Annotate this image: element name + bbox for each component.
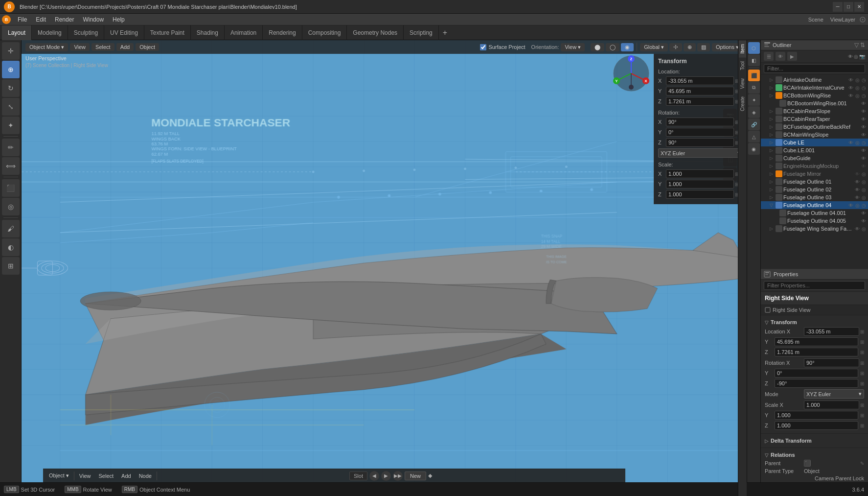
tab-shading[interactable]: Shading — [191, 25, 225, 40]
outliner-item-bcbootomwing001[interactable]: BCBootomWingRise.001 👁 — [761, 99, 868, 107]
add-cube-tool[interactable]: ⬛ — [2, 179, 20, 197]
visibility-icon[interactable]: 👁 — [861, 132, 866, 138]
menu-render[interactable]: Render — [51, 15, 78, 24]
rpi-constraints[interactable]: 🔗 — [748, 118, 760, 130]
outliner-item-fuselage-04-001[interactable]: Fuselage Outline 04.001 👁 — [761, 209, 868, 217]
side-tab-tool[interactable]: Tool — [739, 57, 746, 74]
select-restrict-icon[interactable]: ◎ — [855, 85, 860, 91]
props-loc-z-copy[interactable]: ⊞ — [860, 350, 864, 355]
props-loc-x-val[interactable]: -33.055 m — [804, 327, 859, 336]
vbb-node[interactable]: Node — [136, 472, 155, 480]
rpi-scene[interactable]: ⬡ — [748, 42, 760, 54]
tab-modeling[interactable]: Modeling — [32, 25, 68, 40]
props-scale-z-copy[interactable]: ⊞ — [860, 423, 864, 428]
restrict-icon[interactable]: ◎ — [854, 54, 858, 59]
title-bar-controls[interactable]: ─ □ ✕ — [833, 2, 864, 12]
select-restrict-icon[interactable]: ◎ — [862, 179, 866, 185]
of-all-btn[interactable]: ☰ — [764, 52, 774, 61]
side-tab-view[interactable]: View — [739, 74, 746, 93]
props-search-input[interactable] — [764, 281, 865, 290]
visibility-icon[interactable]: 👁 — [855, 187, 860, 192]
loc-z-value[interactable]: 1.7261 m — [666, 97, 734, 106]
of-eye-btn[interactable]: 👁 — [776, 52, 785, 61]
props-rot-x-val[interactable]: 90° — [804, 358, 859, 367]
visibility-icon[interactable]: 👁 — [861, 211, 866, 216]
rpi-modifier[interactable]: ⧉ — [748, 82, 760, 94]
select-restrict-icon[interactable]: ◎ — [855, 140, 860, 145]
outliner-item-bcfuselageoutline[interactable]: ▷ BCFuselageOutlineBackRef 👁 — [761, 123, 868, 131]
move-tool[interactable]: ⊕ — [2, 61, 20, 78]
rot-y-value[interactable]: 0° — [666, 128, 734, 137]
outliner-item-fuselage-wing[interactable]: ▷ Fuselage Wing Sealing Fairing 👁 ◎ — [761, 225, 868, 233]
object-menu[interactable]: Object — [136, 43, 159, 51]
props-transform-header[interactable]: ▽ Transform — [765, 317, 864, 327]
visibility-icon[interactable]: 👁 — [855, 226, 860, 232]
outliner-item-fuselage-mirror[interactable]: ▷ Fuselage Mirror 👁 ◎ — [761, 170, 868, 178]
loc-x-value[interactable]: -33.055 m — [666, 76, 734, 85]
props-loc-x-copy[interactable]: ⊞ — [860, 329, 864, 334]
vbb-add[interactable]: Add — [118, 472, 134, 480]
props-rot-z-val[interactable]: -90° — [775, 379, 858, 388]
paint-tool[interactable]: 🖌 — [2, 220, 20, 237]
tab-layout[interactable]: Layout — [2, 25, 32, 40]
loc-y-value[interactable]: 45.695 m — [666, 87, 734, 95]
props-scale-y-copy[interactable]: ⊞ — [860, 413, 864, 418]
vbb-new-btn[interactable]: New — [405, 472, 426, 480]
visibility-icon[interactable]: 👁 — [861, 117, 866, 122]
side-tab-create[interactable]: Create — [739, 93, 746, 115]
render-restrict-icon[interactable]: ◷ — [862, 85, 866, 91]
scale-x-value[interactable]: 1.000 — [666, 169, 734, 178]
tab-sculpting[interactable]: Sculpting — [68, 25, 104, 40]
scale-y-value[interactable]: 1.000 — [666, 180, 734, 189]
menu-edit[interactable]: Edit — [32, 15, 50, 24]
menu-file[interactable]: File — [14, 15, 31, 24]
visibility-icon[interactable]: 👁 — [861, 156, 866, 161]
viewport-shading-solid[interactable]: ⬤ — [591, 43, 604, 51]
visibility-icon[interactable]: 👁 — [861, 101, 866, 106]
vbb-next-frame[interactable]: ▶▶ — [393, 471, 403, 481]
tab-add-button[interactable]: + — [439, 26, 451, 39]
blender-menu-logo[interactable]: B — [2, 15, 11, 24]
outliner-item-fuselage-01[interactable]: ▷ Fuselage Outline 01 👁 ◎ — [761, 178, 868, 186]
visibility-icon-hidden[interactable]: 👁 — [855, 171, 860, 177]
select-restrict-icon[interactable]: ◎ — [862, 171, 866, 177]
rpi-data[interactable]: △ — [748, 131, 760, 142]
outliner-item-fuselage-02[interactable]: ▷ Fuselage Outline 02 👁 ◎ — [761, 186, 868, 193]
navigation-gizmo[interactable]: Z X Y — [612, 54, 651, 93]
vbb-keyframe-icon[interactable]: ◆ — [428, 472, 432, 479]
visibility-icon[interactable]: 👁 — [861, 109, 866, 114]
props-loc-y-copy[interactable]: ⊞ — [860, 339, 864, 345]
rpi-object[interactable]: ⬛ — [748, 70, 760, 81]
outliner-item-enginehousing[interactable]: ▷ EngineHousingMockup 👁 — [761, 162, 868, 170]
surface-project-checkbox[interactable] — [480, 44, 486, 50]
measure-tool[interactable]: ⟺ — [2, 157, 20, 175]
tab-uv-editing[interactable]: UV Editing — [104, 25, 144, 40]
props-rot-y-copy[interactable]: ⊞ — [860, 371, 864, 376]
transform-tool[interactable]: ✦ — [2, 117, 20, 134]
rotate-tool[interactable]: ↻ — [2, 79, 20, 97]
props-scale-x-val[interactable]: 1.000 — [804, 401, 859, 409]
props-delta-header[interactable]: ▷ Delta Transform — [765, 436, 864, 446]
outliner-sort-btn[interactable]: ⇅ — [860, 42, 865, 48]
props-rot-y-val[interactable]: 0° — [775, 369, 858, 378]
gizmos-toggle[interactable]: ☩ — [669, 43, 682, 51]
rot-mode-dropdown[interactable]: XYZ Euler ▾ — [658, 148, 743, 158]
of-select-btn[interactable]: ▶ — [787, 52, 797, 61]
select-restrict-icon[interactable]: ◎ — [855, 77, 860, 83]
global-dropdown[interactable]: Global ▾ — [640, 43, 668, 51]
select-menu[interactable]: Select — [91, 43, 114, 51]
xray-toggle[interactable]: ▨ — [697, 43, 710, 51]
add-menu[interactable]: Add — [116, 43, 134, 51]
vbb-view[interactable]: View — [76, 472, 94, 480]
props-loc-y-val[interactable]: 45.695 m — [775, 337, 858, 346]
rpi-renderlayer[interactable]: ◧ — [748, 54, 760, 66]
outliner-item-fuselage-04[interactable]: ▽ Fuselage Outline 04 👁 ◎ ◷ — [761, 201, 868, 209]
tab-compositing[interactable]: Compositing — [302, 25, 347, 40]
props-scale-z-val[interactable]: 1.000 — [775, 421, 858, 430]
viewport-shading-render[interactable]: ◉ — [621, 43, 634, 51]
visibility-icon[interactable]: 👁 — [848, 77, 853, 83]
close-button[interactable]: ✕ — [854, 2, 864, 12]
viewport-3d[interactable]: MONDIALE STARCHASER 11.92 M TALL WINGS B… — [22, 40, 747, 496]
vbb-play-btn[interactable]: ▶ — [381, 471, 391, 481]
vbb-object-mode[interactable]: Object ▾ — [46, 472, 72, 480]
